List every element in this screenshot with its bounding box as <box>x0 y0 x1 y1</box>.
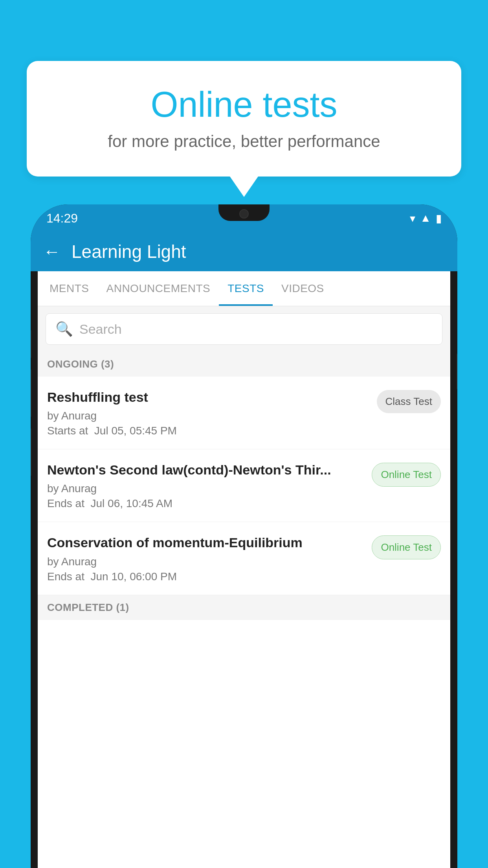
class-test-badge: Class Test <box>377 390 441 413</box>
phone-notch <box>218 204 270 221</box>
search-container: 🔍 Search <box>38 306 450 352</box>
bubble-subtitle: for more practice, better performance <box>46 132 442 151</box>
test-name: Newton's Second law(contd)-Newton's Thir… <box>47 461 364 478</box>
app-header: ← Learning Light <box>31 232 457 271</box>
test-name: Reshuffling test <box>47 388 369 406</box>
test-date: Ends at Jul 06, 10:45 AM <box>47 497 364 510</box>
phone-frame: 14:29 ▾ ▲ ▮ ← Learning Light MENTS ANNOU… <box>31 204 457 868</box>
test-info: Reshuffling test by Anurag Starts at Jul… <box>47 388 377 437</box>
front-camera <box>239 209 249 219</box>
search-icon: 🔍 <box>55 321 73 337</box>
ongoing-section-label: ONGOING (3) <box>38 352 450 377</box>
online-test-badge: Online Test <box>372 535 441 559</box>
phone-screen: MENTS ANNOUNCEMENTS TESTS VIDEOS 🔍 Searc… <box>38 271 450 868</box>
test-item[interactable]: Conservation of momentum-Equilibrium by … <box>38 522 450 595</box>
volume-up-button <box>31 330 31 358</box>
wifi-icon: ▾ <box>410 212 415 225</box>
test-date: Ends at Jun 10, 06:00 PM <box>47 570 364 583</box>
search-bar[interactable]: 🔍 Search <box>46 313 442 345</box>
volume-down-button <box>31 370 31 417</box>
test-item[interactable]: Reshuffling test by Anurag Starts at Jul… <box>38 377 450 449</box>
bubble-title: Online tests <box>46 85 442 125</box>
completed-section-label: COMPLETED (1) <box>38 595 450 620</box>
speech-bubble-container: Online tests for more practice, better p… <box>27 61 461 177</box>
tabs-bar: MENTS ANNOUNCEMENTS TESTS VIDEOS <box>38 271 450 306</box>
test-author: by Anurag <box>47 555 364 568</box>
status-time: 14:29 <box>46 211 78 226</box>
test-name: Conservation of momentum-Equilibrium <box>47 534 364 551</box>
power-button <box>457 354 457 389</box>
silent-button <box>31 428 31 476</box>
battery-icon: ▮ <box>436 212 442 225</box>
test-date: Starts at Jul 05, 05:45 PM <box>47 425 369 437</box>
status-icons: ▾ ▲ ▮ <box>410 212 442 225</box>
online-test-badge: Online Test <box>372 463 441 487</box>
app-title: Learning Light <box>72 241 186 262</box>
test-author: by Anurag <box>47 482 364 495</box>
back-button[interactable]: ← <box>43 242 61 261</box>
signal-icon: ▲ <box>420 212 431 224</box>
status-bar: 14:29 ▾ ▲ ▮ <box>31 204 457 232</box>
tab-ments[interactable]: MENTS <box>41 271 98 306</box>
search-placeholder: Search <box>79 322 122 337</box>
tab-videos[interactable]: VIDEOS <box>273 271 333 306</box>
test-info: Conservation of momentum-Equilibrium by … <box>47 534 372 583</box>
test-item[interactable]: Newton's Second law(contd)-Newton's Thir… <box>38 449 450 522</box>
test-info: Newton's Second law(contd)-Newton's Thir… <box>47 461 372 510</box>
test-list: Reshuffling test by Anurag Starts at Jul… <box>38 377 450 595</box>
speech-bubble: Online tests for more practice, better p… <box>27 61 461 177</box>
tab-tests[interactable]: TESTS <box>219 271 273 306</box>
tab-announcements[interactable]: ANNOUNCEMENTS <box>98 271 219 306</box>
test-author: by Anurag <box>47 410 369 422</box>
